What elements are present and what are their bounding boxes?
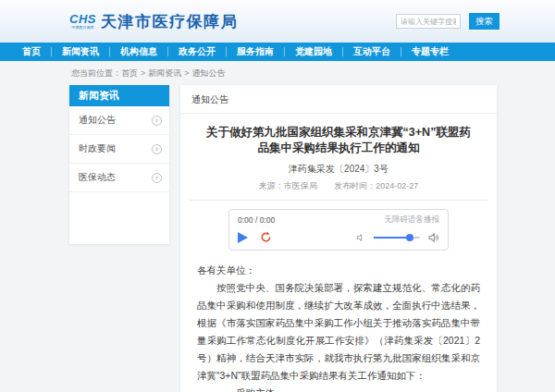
sidebar-title: 新闻资讯 <box>69 85 169 106</box>
content-area: 新闻资讯 通知公告 › 时政要闻 › 医保动态 › 通知公告 关于做好第九批国家… <box>0 85 555 392</box>
sidebar-item-medical-insurance-updates[interactable]: 医保动态 › <box>69 164 169 192</box>
nav-item-interaction[interactable]: 互动平台 <box>343 47 401 56</box>
sidebar-item-label: 医保动态 <box>79 171 116 184</box>
news-sidebar: 新闻资讯 通知公告 › 时政要闻 › 医保动态 › <box>69 85 169 244</box>
divider <box>190 200 487 201</box>
document-number: 津药集采发〔2024〕3号 <box>197 163 480 176</box>
nav-item-special-topics[interactable]: 专题专栏 <box>401 47 459 56</box>
site-search: 搜索 <box>396 13 500 30</box>
article-publish-date: 发布时间：2024-02-27 <box>334 181 418 190</box>
breadcrumb-current[interactable]: 通知公告 <box>192 68 226 78</box>
sidebar-item-political-news[interactable]: 时政要闻 › <box>69 135 169 164</box>
nav-item-gov-affairs[interactable]: 政务公开 <box>168 47 227 56</box>
chevron-right-icon: › <box>152 173 162 183</box>
section-heading: 一、采购主体 <box>197 385 480 392</box>
paragraph: 各有关单位： <box>197 262 480 279</box>
replay-icon[interactable] <box>260 231 272 243</box>
chs-logo-icon: CHS 中国医疗保障 <box>69 13 96 30</box>
volume-slider[interactable] <box>374 237 420 239</box>
breadcrumb: 您当前位置：首页>新闻资讯>通知公告 <box>0 61 555 85</box>
paragraph: 按照党中央、国务院决策部署，探索建立规范化、常态化的药品集中采购和使用制度，继续… <box>197 279 480 385</box>
article-section-label: 通知公告 <box>180 85 497 114</box>
volume-fill <box>374 237 410 239</box>
accessibility-audio-label[interactable]: 无障碍语音播报 <box>385 214 440 226</box>
breadcrumb-separator: > <box>141 68 145 78</box>
nav-item-news[interactable]: 新闻资讯 <box>52 47 110 56</box>
sidebar-item-notices[interactable]: 通知公告 › <box>69 106 169 135</box>
nav-item-party-building[interactable]: 党建园地 <box>285 47 343 56</box>
nav-item-service-guide[interactable]: 服务指南 <box>227 47 285 56</box>
play-button[interactable] <box>238 232 248 243</box>
site-title: 天津市医疗保障局 <box>101 11 238 32</box>
chevron-right-icon: › <box>152 116 162 126</box>
article-card: 通知公告 关于做好第九批国家组织集采和京津冀“3+N”联盟药品集中采购结果执行工… <box>180 85 497 392</box>
nav-item-home[interactable]: 首页 <box>12 47 52 56</box>
sidebar-item-label: 通知公告 <box>79 114 116 127</box>
volume-knob[interactable] <box>406 234 413 241</box>
audio-player: 0:00 / 0:00 无障碍语音播报 <box>228 209 449 251</box>
nav-item-org-info[interactable]: 机构信息 <box>110 47 168 56</box>
article-meta: 来源：市医保局 发布时间：2024-02-27 <box>197 180 480 192</box>
logo-abbr: CHS <box>69 13 96 25</box>
search-input[interactable] <box>396 14 461 29</box>
sidebar-item-label: 时政要闻 <box>79 142 116 155</box>
volume-high-icon[interactable] <box>428 232 439 243</box>
breadcrumb-label: 您当前位置： <box>71 68 121 78</box>
search-button[interactable]: 搜索 <box>469 13 500 30</box>
site-logo: CHS 中国医疗保障 天津市医疗保障局 <box>69 11 238 32</box>
breadcrumb-news[interactable]: 新闻资讯 <box>148 68 181 78</box>
chevron-right-icon: › <box>152 144 162 154</box>
article-body: 关于做好第九批国家组织集采和京津冀“3+N”联盟药品集中采购结果执行工作的通知 … <box>180 114 497 392</box>
site-header: CHS 中国医疗保障 天津市医疗保障局 搜索 <box>0 0 555 43</box>
article-source: 来源：市医保局 <box>259 181 317 190</box>
article-title: 关于做好第九批国家组织集采和京津冀“3+N”联盟药品集中采购结果执行工作的通知 <box>203 125 475 156</box>
main-nav: 首页 新闻资讯 机构信息 政务公开 服务指南 党建园地 互动平台 专题专栏 <box>0 43 555 61</box>
audio-time: 0:00 / 0:00 <box>238 215 275 225</box>
breadcrumb-separator: > <box>184 68 189 78</box>
logo-subtext: 中国医疗保障 <box>71 26 93 30</box>
breadcrumb-home[interactable]: 首页 <box>121 68 138 78</box>
volume-low-icon[interactable] <box>356 233 365 242</box>
